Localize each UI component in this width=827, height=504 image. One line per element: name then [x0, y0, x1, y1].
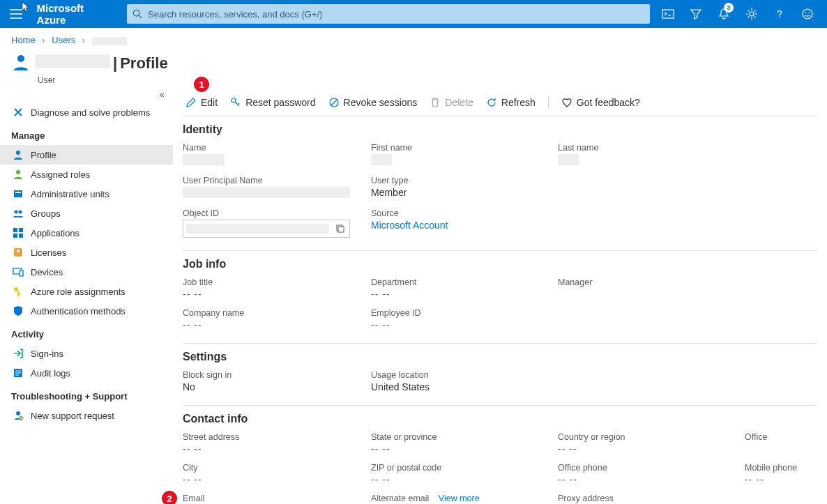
svg-rect-18 [19, 234, 23, 238]
field-label: Source [371, 208, 558, 218]
nav-label: Groups [31, 208, 61, 219]
reset-password-button[interactable]: Reset password [230, 97, 315, 108]
breadcrumb-users[interactable]: Users [52, 35, 75, 45]
help-icon: ? [773, 8, 786, 20]
nav-label: Assigned roles [31, 169, 90, 180]
help-button[interactable]: ? [766, 0, 794, 28]
nav-devices[interactable]: Devices [0, 262, 173, 282]
toolbar: Edit Reset password Revoke sessions Dele… [183, 89, 817, 116]
nav-admin-units[interactable]: Administrative units [0, 184, 173, 204]
svg-point-10 [16, 170, 20, 174]
edit-button[interactable]: Edit [185, 97, 218, 108]
button-label: Edit [201, 97, 218, 108]
button-label: Delete [445, 97, 473, 108]
collapse-sidebar-button[interactable]: « [0, 89, 173, 102]
field-label: Department [371, 277, 558, 287]
directory-filter-button[interactable] [682, 0, 710, 28]
svg-point-3 [750, 12, 754, 16]
key-icon [230, 97, 241, 108]
nav-auth-methods[interactable]: Authentication methods [0, 301, 173, 321]
field-value: -- -- [371, 443, 558, 455]
nav-new-support[interactable]: New support request [0, 406, 173, 425]
field-value: -- -- [371, 474, 558, 485]
view-more-link[interactable]: View more [439, 494, 480, 503]
value-redacted [186, 224, 329, 234]
refresh-button[interactable]: Refresh [486, 97, 536, 108]
section-contact: Contact info Street address -- -- State … [183, 406, 817, 504]
search-input[interactable] [148, 9, 644, 20]
nav-diagnose[interactable]: Diagnose and solve problems [0, 102, 173, 122]
svg-rect-2 [662, 10, 674, 18]
search-box[interactable] [127, 4, 650, 24]
feedback-button-top[interactable] [794, 0, 821, 28]
button-label: Reset password [245, 97, 315, 108]
page-subtitle: User [0, 75, 827, 85]
svg-rect-22 [20, 270, 23, 276]
svg-point-0 [133, 10, 139, 16]
field-value: -- -- [558, 474, 745, 485]
field-label: Street address [183, 432, 371, 442]
section-identity: Identity Name First name Last name User … [183, 116, 817, 251]
nav-licenses[interactable]: Licenses [0, 243, 173, 262]
svg-rect-12 [15, 192, 21, 193]
svg-line-1 [139, 15, 142, 18]
copy-button[interactable] [332, 224, 349, 234]
devices-icon [13, 266, 24, 277]
field-label: Mobile phone [745, 463, 817, 473]
pencil-icon [185, 97, 197, 108]
svg-point-8 [17, 55, 24, 62]
svg-point-9 [16, 151, 20, 155]
nav-audit[interactable]: Audit logs [0, 363, 173, 383]
page-title: Profile [120, 54, 167, 72]
nav-label: Azure role assignments [31, 287, 126, 297]
nav-section-activity: Activity [0, 321, 173, 344]
page-title-sep: | [113, 54, 117, 72]
sidebar: « Diagnose and solve problems Manage Pro… [0, 89, 173, 504]
svg-point-13 [15, 211, 18, 214]
svg-point-14 [19, 211, 22, 214]
copy-icon [335, 224, 345, 234]
nav-azure-roles[interactable]: Azure role assignments [0, 282, 173, 301]
cloud-shell-button[interactable] [654, 0, 682, 28]
value-redacted [183, 154, 225, 165]
field-label: Employee ID [371, 308, 558, 318]
section-heading: Settings [183, 351, 817, 363]
delete-button: Delete [430, 97, 473, 108]
shield-icon [13, 305, 24, 316]
svg-line-31 [331, 100, 337, 105]
nav-assigned-roles[interactable]: Assigned roles [0, 165, 173, 184]
svg-point-27 [16, 411, 20, 415]
feedback-button[interactable]: Got feedback? [561, 97, 640, 108]
section-job: Job info Job title -- -- Department -- -… [183, 251, 817, 344]
field-label: Usage location [371, 370, 558, 380]
user-icon [11, 52, 31, 74]
section-heading: Job info [183, 258, 817, 270]
field-value: -- -- [371, 319, 558, 330]
section-heading: Identity [183, 123, 817, 136]
revoke-icon [328, 97, 340, 108]
nav-label: New support request [31, 411, 114, 421]
breadcrumb-home[interactable]: Home [11, 35, 36, 45]
revoke-sessions-button[interactable]: Revoke sessions [328, 97, 418, 108]
notifications-button[interactable]: 3 [710, 0, 738, 28]
field-label: Block sign in [183, 370, 371, 380]
field-value: -- -- [183, 289, 371, 300]
source-link[interactable]: Microsoft Account [371, 220, 558, 231]
objectid-field[interactable] [183, 220, 350, 238]
svg-point-6 [805, 12, 807, 13]
breadcrumb-current-redacted [92, 37, 127, 45]
settings-button[interactable] [738, 0, 766, 28]
field-label: Company name [183, 308, 371, 318]
field-value: United States [371, 381, 558, 392]
field-value: -- -- [183, 474, 371, 485]
page-title-name-redacted [35, 54, 110, 68]
nav-profile[interactable]: Profile [0, 145, 173, 165]
nav-signins[interactable]: Sign-ins [0, 344, 173, 363]
admin-units-icon [13, 188, 24, 199]
nav-applications[interactable]: Applications [0, 223, 173, 243]
notification-badge: 3 [724, 3, 734, 13]
field-value: No [183, 381, 371, 392]
field-label: User Principal Name [183, 176, 371, 185]
nav-groups[interactable]: Groups [0, 204, 173, 223]
brand-label[interactable]: Microsoft Azure [33, 2, 123, 26]
